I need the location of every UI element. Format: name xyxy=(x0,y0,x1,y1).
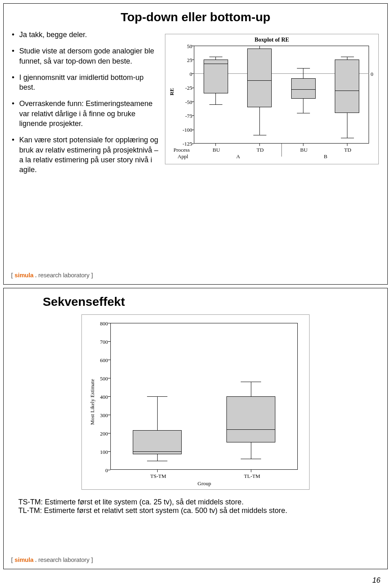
ytick: 300 xyxy=(95,412,108,419)
tick xyxy=(191,144,194,144)
median xyxy=(335,91,359,91)
tick xyxy=(191,115,194,116)
box-a-bu xyxy=(204,60,228,93)
tick xyxy=(108,360,110,360)
tick xyxy=(251,470,251,472)
ytick: 50 xyxy=(180,43,192,50)
ytick: -50 xyxy=(180,99,192,106)
slide2-title: Sekvenseffekt xyxy=(43,295,381,309)
tick xyxy=(191,46,194,46)
cap xyxy=(297,68,310,69)
ytick: -100 xyxy=(180,127,192,133)
ytick: 25 xyxy=(180,57,192,64)
tick xyxy=(259,144,260,146)
tick xyxy=(108,415,110,415)
tick xyxy=(191,130,194,130)
cap xyxy=(253,135,266,135)
ytick: 0 xyxy=(180,71,192,77)
bullet: I gjennomsnitt var imidlertid bottom-up … xyxy=(19,73,161,93)
xtick: TL-TM xyxy=(244,473,260,480)
tick xyxy=(215,144,216,146)
x-row-label: Appl xyxy=(178,153,188,160)
ytick: 500 xyxy=(95,376,108,382)
tick xyxy=(108,433,110,433)
xtick: TD xyxy=(257,147,264,153)
xtick: BU xyxy=(213,147,220,153)
ytick: 0 xyxy=(95,467,108,474)
box-b-td xyxy=(335,60,359,113)
whisker xyxy=(251,382,251,396)
cap xyxy=(297,113,310,113)
cap xyxy=(147,396,167,397)
median xyxy=(133,451,182,452)
tick xyxy=(108,470,110,470)
chart-boxplot-re: Boxplot of RE RE 50 25 0 -25 -50 -75 -10… xyxy=(165,34,379,164)
tick xyxy=(191,88,194,88)
cap xyxy=(241,459,261,459)
ytick: -75 xyxy=(180,113,192,119)
cap xyxy=(209,57,222,57)
bullet: Kan være stort potensiale for opplæring … xyxy=(19,135,161,175)
xtick: A xyxy=(236,153,240,160)
ytick: 100 xyxy=(95,449,108,455)
caption-line: TL-TM: Estimerte først et relativt sett … xyxy=(18,506,373,515)
median xyxy=(291,89,316,90)
slide2-caption: TS-TM: Estimerte først et lite system (c… xyxy=(18,498,373,515)
box-ts-tm xyxy=(133,430,182,454)
ytick: -25 xyxy=(180,85,192,91)
tick xyxy=(108,396,110,397)
tick xyxy=(108,378,110,378)
median xyxy=(226,429,275,430)
slide1-bullets: Ja takk, begge deler. Studie viste at de… xyxy=(10,30,161,181)
whisker xyxy=(347,57,347,60)
whisker xyxy=(259,46,260,49)
whisker xyxy=(157,454,158,461)
ytick: 800 xyxy=(95,321,108,327)
xtick: B xyxy=(324,153,327,160)
xtick: BU xyxy=(300,147,308,153)
box-tl-tm xyxy=(226,396,275,442)
bullet: Studie viste at dersom gode analogier bl… xyxy=(19,46,161,66)
slide1-title: Top-down eller bottom-up xyxy=(10,10,381,24)
box-b-bu xyxy=(291,78,316,99)
tick xyxy=(157,470,158,472)
cap xyxy=(241,382,261,382)
bullet: Overraskende funn: Estimeringsteamene va… xyxy=(19,99,161,128)
chart1-ylabel: RE xyxy=(169,88,175,95)
median xyxy=(204,64,228,64)
xtick: TS-TM xyxy=(150,473,166,480)
tick xyxy=(108,323,110,323)
tick xyxy=(191,60,194,60)
ytick: -125 xyxy=(180,141,192,147)
whisker xyxy=(215,93,216,104)
brand-footer: [ simula . research laboratory ] xyxy=(11,272,93,279)
tick xyxy=(347,144,347,146)
chart1-title: Boxplot of RE xyxy=(165,37,378,43)
tick xyxy=(303,144,303,146)
ytick: 400 xyxy=(95,394,108,400)
group-line xyxy=(281,144,282,157)
whisker xyxy=(215,57,216,60)
ytick: 700 xyxy=(95,339,108,345)
cap xyxy=(341,138,354,138)
tick xyxy=(191,102,194,102)
caption-line: TS-TM: Estimerte først et lite system (c… xyxy=(18,498,373,506)
slide-1: Top-down eller bottom-up Ja takk, begge … xyxy=(3,3,388,285)
chart1-right-label: 0 xyxy=(371,71,376,77)
chart2-xlabel: Group xyxy=(198,480,211,487)
whisker xyxy=(347,113,347,138)
slide1-columns: Ja takk, begge deler. Studie viste at de… xyxy=(10,30,381,181)
ytick: 600 xyxy=(95,357,108,364)
tick xyxy=(108,451,110,452)
chart-boxplot-group: Most Likely Estimate 800 700 600 500 400… xyxy=(81,314,310,490)
cap xyxy=(209,104,222,105)
ytick: 200 xyxy=(95,431,108,437)
whisker xyxy=(259,107,260,135)
whisker xyxy=(303,68,303,78)
xtick: TD xyxy=(344,147,351,153)
cap xyxy=(147,461,167,461)
whisker xyxy=(157,396,158,430)
x-row-label: Process xyxy=(174,147,190,153)
cap xyxy=(341,57,354,57)
whisker xyxy=(251,442,251,459)
